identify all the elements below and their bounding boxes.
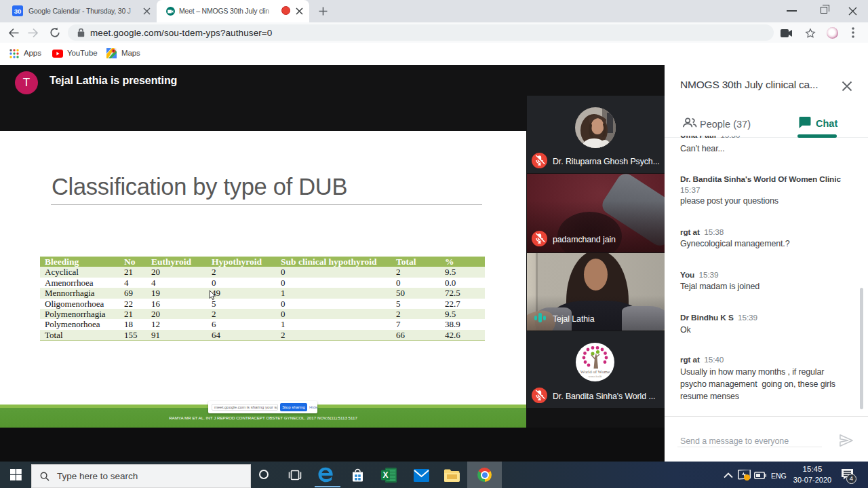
svg-text:X: X xyxy=(382,470,388,480)
svg-text:World of Wome: World of Wome xyxy=(580,369,610,374)
svg-text:30: 30 xyxy=(14,7,22,15)
svg-text:women health: women health xyxy=(589,375,602,378)
